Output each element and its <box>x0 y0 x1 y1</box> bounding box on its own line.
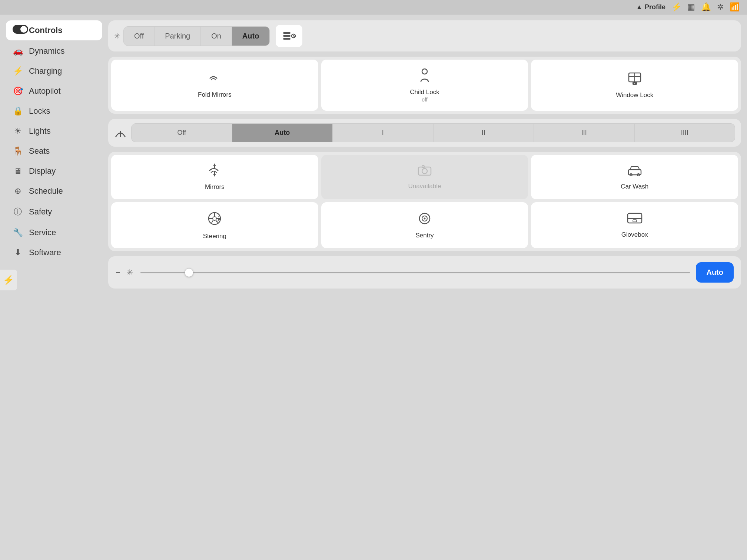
signal-icon: 📶 <box>730 2 740 12</box>
glovebox-label: Glovebox <box>621 231 648 239</box>
download-icon: ⬇ <box>13 248 23 257</box>
lights-off-button[interactable]: Off <box>124 27 155 46</box>
wiper-off-button[interactable]: Off <box>132 124 232 142</box>
sidebar-item-controls[interactable]: Controls <box>6 20 102 40</box>
sidebar-label-controls: Controls <box>29 26 62 35</box>
car-icon: 🚗 <box>13 46 23 56</box>
svg-point-20 <box>213 217 216 220</box>
fold-mirrors-icon <box>207 72 222 88</box>
sidebar-item-schedule[interactable]: ⊕ Schedule <box>6 182 102 200</box>
lights-segment-group: Off Parking On Auto <box>123 26 270 46</box>
headlight-icon: A <box>282 31 296 41</box>
sidebar-item-seats[interactable]: 🪑 Seats <box>6 142 102 160</box>
child-lock-button[interactable]: Child Lock off <box>321 60 528 111</box>
svg-rect-0 <box>283 32 290 34</box>
mirror-lock-grid: Fold Mirrors Child Lock off <box>108 57 741 114</box>
car-wash-button[interactable]: Car Wash <box>531 155 738 199</box>
wiper-3-button[interactable]: III <box>534 124 635 142</box>
profile-label[interactable]: ▲ Profile <box>636 3 665 11</box>
wiper-segment-group: Off Auto I II III IIII <box>131 123 735 142</box>
sidebar-label-charging: Charging <box>29 66 62 76</box>
brightness-card: − ✳ Auto <box>108 256 741 289</box>
svg-line-24 <box>216 220 218 223</box>
lights-on-button[interactable]: On <box>201 27 232 46</box>
svg-point-14 <box>422 169 427 174</box>
steering-wheel-icon: 🎯 <box>13 86 23 96</box>
steering-adjust-icon <box>206 210 223 230</box>
fold-mirrors-label: Fold Mirrors <box>198 91 232 99</box>
calendar-icon: ▦ <box>687 2 695 12</box>
svg-point-5 <box>422 69 427 74</box>
sidebar-item-safety[interactable]: ⓘ Safety <box>6 202 102 222</box>
schedule-icon: ⊕ <box>13 186 23 196</box>
sidebar-item-locks[interactable]: 🔒 Locks <box>6 102 102 120</box>
sidebar-item-dynamics[interactable]: 🚗 Dynamics <box>6 42 102 60</box>
mirrors-label: Mirrors <box>205 183 225 191</box>
action-grid-row2: Steering Sentry <box>111 202 738 248</box>
glovebox-button[interactable]: Glovebox <box>531 202 738 248</box>
child-lock-sublabel: off <box>422 97 427 103</box>
camera-icon <box>417 164 432 180</box>
svg-rect-1 <box>283 35 290 37</box>
wiper-1-button[interactable]: I <box>333 124 434 142</box>
lights-control-card: ✳ Off Parking On Auto A <box>108 20 741 51</box>
content-area: ✳ Off Parking On Auto A <box>108 20 741 554</box>
window-lock-label: Window Lock <box>616 91 653 99</box>
profile-icon: ▲ <box>636 3 643 11</box>
brightness-slider[interactable] <box>140 272 690 273</box>
sun-icon: ☀ <box>13 126 23 136</box>
svg-rect-32 <box>633 220 637 222</box>
action-grid: Mirrors Unavailable <box>108 152 741 251</box>
unavailable-button: Unavailable <box>321 155 528 199</box>
svg-line-25 <box>212 220 213 223</box>
steering-label: Steering <box>203 233 226 240</box>
seat-icon: 🪑 <box>13 146 23 156</box>
sidebar-label-service: Service <box>29 228 56 237</box>
mirrors-button[interactable]: Mirrors <box>111 155 318 199</box>
unavailable-label: Unavailable <box>408 183 441 190</box>
window-lock-icon <box>627 71 642 89</box>
lights-auto-button[interactable]: Auto <box>232 27 270 46</box>
sidebar-item-software[interactable]: ⬇ Software <box>6 243 102 262</box>
brightness-sun-icon: ✳ <box>126 268 133 277</box>
sidebar: Controls 🚗 Dynamics ⚡ Charging 🎯 Autopil… <box>6 20 102 554</box>
charging-indicator: ⚡ <box>0 270 17 290</box>
sidebar-label-locks: Locks <box>29 106 50 116</box>
main-layout: Controls 🚗 Dynamics ⚡ Charging 🎯 Autopil… <box>0 14 747 560</box>
glovebox-icon <box>626 212 643 228</box>
child-lock-label: Child Lock <box>410 89 439 96</box>
sidebar-item-autopilot[interactable]: 🎯 Autopilot <box>6 82 102 100</box>
sidebar-item-charging[interactable]: ⚡ Charging <box>6 62 102 80</box>
sidebar-label-dynamics: Dynamics <box>29 46 65 56</box>
wiper-4-button[interactable]: IIII <box>635 124 735 142</box>
lock-icon: 🔒 <box>13 106 23 116</box>
sun-light-icon: ✳ <box>114 31 120 40</box>
display-icon: 🖥 <box>13 166 23 176</box>
sentry-label: Sentry <box>415 232 434 239</box>
brightness-minus-icon: − <box>116 268 120 277</box>
bluetooth-icon: ✲ <box>717 2 724 12</box>
sidebar-label-display: Display <box>29 166 56 176</box>
headlight-style-button[interactable]: A <box>276 25 302 47</box>
wiper-control-card: Off Auto I II III IIII <box>108 119 741 147</box>
profile-text: Profile <box>645 3 665 11</box>
toggle-icon <box>13 25 23 36</box>
lights-parking-button[interactable]: Parking <box>155 27 201 46</box>
fold-mirrors-button[interactable]: Fold Mirrors <box>111 60 318 111</box>
alert-icon: ⚡ <box>671 2 681 12</box>
steering-button[interactable]: Steering <box>111 202 318 248</box>
action-grid-row1: Mirrors Unavailable <box>111 155 738 199</box>
wiper-auto-button[interactable]: Auto <box>232 124 333 142</box>
bell-icon: 🔔 <box>701 2 711 12</box>
window-lock-button[interactable]: Window Lock <box>531 60 738 111</box>
sidebar-item-lights[interactable]: ☀ Lights <box>6 122 102 140</box>
wrench-icon: 🔧 <box>13 228 23 237</box>
sidebar-item-display[interactable]: 🖥 Display <box>6 162 102 180</box>
auto-brightness-button[interactable]: Auto <box>696 262 734 283</box>
car-wash-icon <box>626 164 643 180</box>
sentry-button[interactable]: Sentry <box>321 202 528 248</box>
wiper-2-button[interactable]: II <box>434 124 534 142</box>
sidebar-item-service[interactable]: 🔧 Service <box>6 223 102 242</box>
svg-text:A: A <box>292 34 295 39</box>
mirrors-adjust-icon <box>206 163 223 180</box>
